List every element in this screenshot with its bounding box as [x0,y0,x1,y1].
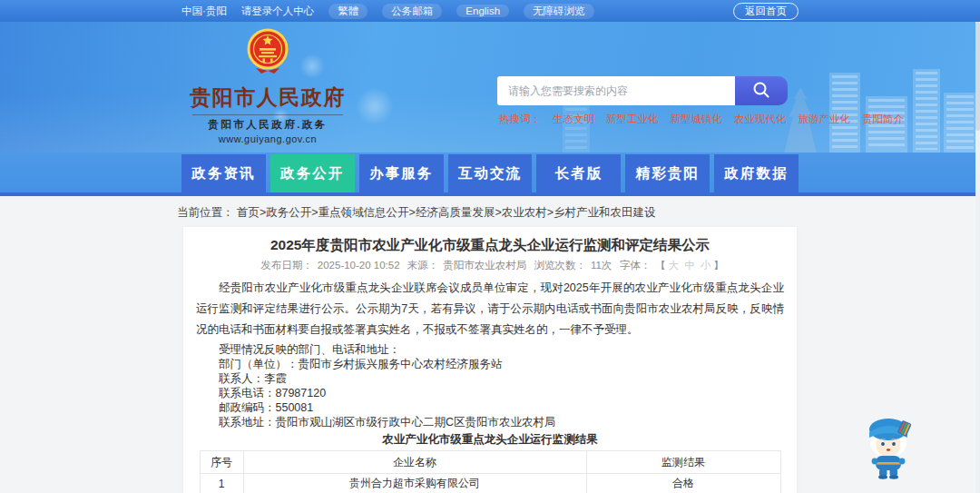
toplink-english[interactable]: English [456,5,509,17]
site-banner: 贵阳市人民政府 贵阳市人民政府.政务 www.guiyang.gov.cn 热搜… [0,22,980,153]
nav-item-senior-version[interactable]: 长者版 [536,154,621,192]
national-emblem-icon [247,64,289,80]
breadcrumb: 当前位置： 首页>政务公开>重点领域信息公开>经济高质量发展>农业农村>乡村产业… [177,196,803,227]
main-navigation: 政务资讯 政务公开 办事服务 互动交流 长者版 精彩贵阳 政府数据 [0,153,980,196]
publish-date: 2025-10-20 10:52 [318,260,400,271]
font-size-small-button[interactable]: 小 [701,260,711,271]
font-size-medium-button[interactable]: 中 [684,260,695,271]
toplink-accessibility[interactable]: 无障碍浏览 [524,4,594,19]
header-serial-no: 序号 [200,451,243,474]
back-to-home-button[interactable]: 返回首页 [733,3,799,20]
nav-item-gov-disclosure[interactable]: 政务公开 [270,154,355,192]
mascot-icon [860,467,916,482]
hot-search-words: 热搜词： 生态文明 新型工业化 新型城镇化 农业现代化 旅游产业化 贵阳简介 [499,113,904,126]
breadcrumb-label: 当前位置： [177,206,234,219]
site-subtitle: 贵阳市人民政府.政务 [187,118,348,132]
font-bracket-open: 【 [655,260,666,271]
font-size-label: 字体： [620,260,652,271]
article-card: 2025年度贵阳市农业产业化市级重点龙头企业运行监测和评定结果公示 发布日期：2… [183,227,797,493]
table-row: 1 贵州合力超市采购有限公司 合格 [200,474,780,493]
article-paragraph: 经贵阳市农业产业化市级重点龙头企业联席会议成员单位审定，现对2025年开展的农业… [196,278,784,340]
contact-postcode-line: 邮政编码：550081 [196,400,784,415]
table-header-row: 序号 企业名称 监测结果 [200,451,780,474]
logo-divider [192,114,343,115]
contact-address-line: 联系地址：贵阳市观山湖区市级行政中心二期C区贵阳市农业农村局 [196,415,784,429]
publish-date-label: 发布日期： [260,260,313,271]
toplink-traditional-chinese[interactable]: 繁體 [328,4,368,19]
hot-word[interactable]: 农业现代化 [734,113,787,126]
site-logo-block[interactable]: 贵阳市人民政府 贵阳市人民政府.政务 www.guiyang.gov.cn [187,28,348,144]
hot-word[interactable]: 生态文明 [553,113,594,126]
cell-company-name: 贵州合力超市采购有限公司 [243,474,586,493]
cell-serial-no: 1 [200,474,243,493]
font-size-large-button[interactable]: 大 [669,260,680,271]
hot-word[interactable]: 旅游产业化 [799,113,851,126]
city-building [944,93,976,153]
source-label: 来源： [407,260,439,271]
search-input[interactable] [497,76,735,105]
article-meta: 发布日期：2025-10-20 10:52 来源：贵阳市农业农村局 浏览次数：1… [196,259,784,271]
scrollbar-thumb[interactable] [975,22,980,131]
breadcrumb-path[interactable]: 首页>政务公开>重点领域信息公开>经济高质量发展>农业农村>乡村产业和农田建设 [237,206,656,219]
font-bracket-close: 】 [713,260,724,271]
hot-word[interactable]: 新型城镇化 [671,113,723,126]
nav-item-services[interactable]: 办事服务 [359,154,444,192]
scrollbar-track[interactable] [975,22,980,493]
contact-person-line: 联系人：李霞 [196,371,784,386]
source-value: 贵阳市农业农村局 [443,260,526,271]
monitoring-result-table: 序号 企业名称 监测结果 1 贵州合力超市采购有限公司 合格 2 贵州友禾种业有… [200,450,781,493]
nav-item-news[interactable]: 政务资讯 [181,154,266,192]
cell-result: 合格 [586,474,780,493]
nav-item-interaction[interactable]: 互动交流 [448,154,533,192]
nav-bottom-strip [0,192,980,196]
nav-item-gov-data[interactable]: 政府数据 [714,154,799,192]
magnifier-icon [751,80,771,103]
site-url: www.guiyang.gov.cn [187,133,348,144]
mascot-assistant[interactable] [860,410,916,479]
toplink-official-mail[interactable]: 公务邮箱 [382,4,442,19]
toplink-china-guiyang[interactable]: 中国·贵阳 [181,5,227,18]
contact-department-line: 部门（单位）：贵阳市乡村振兴服务中心农村经济服务站 [196,357,784,371]
result-table-caption: 农业产业化市级重点龙头企业运行监测结果 [196,433,784,447]
toplink-login-personal-center[interactable]: 请登录个人中心 [241,5,315,18]
search-button[interactable] [735,76,788,105]
contact-intro-line: 受理情况反映的部门、电话和地址： [196,342,784,357]
hot-word[interactable]: 新型工业化 [606,113,659,126]
top-utility-bar: 中国·贵阳 请登录个人中心 繁體 公务邮箱 English 无障碍浏览 返回首页 [0,0,980,22]
city-building [913,69,940,153]
header-monitoring-result: 监测结果 [586,451,780,474]
views-value: 11次 [591,260,612,271]
site-name: 贵阳市人民政府 [187,84,348,112]
nav-item-splendid-guiyang[interactable]: 精彩贵阳 [625,154,710,192]
search-bar [497,76,788,105]
views-label: 浏览次数： [534,260,587,271]
article-title: 2025年度贵阳市农业产业化市级重点龙头企业运行监测和评定结果公示 [196,236,784,253]
hot-search-label: 热搜词： [499,113,541,126]
contact-phone-line: 联系电话：87987120 [196,386,784,400]
header-company-name: 企业名称 [243,451,586,474]
hot-word[interactable]: 贵阳简介 [862,113,904,126]
